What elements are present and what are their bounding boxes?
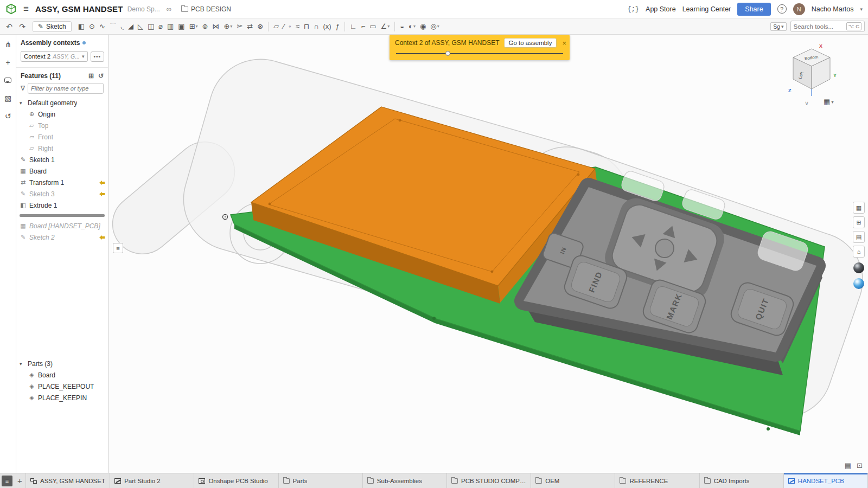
document-tab[interactable]: HANDSET_PCB bbox=[784, 473, 868, 488]
hide-show-tool-button[interactable]: ◉ bbox=[418, 21, 428, 33]
viewcube-chevron-icon[interactable]: ∨ bbox=[805, 100, 809, 107]
search-tools-input[interactable] bbox=[794, 23, 844, 30]
link-icon[interactable]: ∞ bbox=[167, 5, 171, 13]
panel-flyout-handle[interactable]: ≡ bbox=[113, 243, 123, 253]
context-slider[interactable] bbox=[396, 50, 563, 57]
measure-tool-button[interactable]: ∠ ▾ bbox=[379, 21, 392, 33]
document-tab[interactable]: ASSY, GSM HANDSET bbox=[26, 473, 110, 488]
feature-row[interactable]: ◧ Extrude 1 bbox=[16, 200, 108, 211]
context-slider-thumb[interactable] bbox=[445, 51, 450, 56]
mirror-tool-button[interactable]: ⋈ bbox=[210, 21, 221, 33]
chamfer-tool-button[interactable]: ◢ bbox=[126, 21, 136, 33]
printer-icon[interactable]: ▤ bbox=[845, 461, 851, 470]
part-row[interactable]: ◈ Board bbox=[16, 369, 108, 381]
model-scene[interactable]: IN FIND MARK QUIT bbox=[108, 35, 868, 473]
sketch-button[interactable]: ✎ Sketch bbox=[33, 21, 72, 32]
axis-tool-button[interactable]: ∕ bbox=[281, 21, 286, 33]
document-tab[interactable]: Onshape PCB Studio bbox=[194, 473, 278, 488]
display-style-tool-button[interactable]: ◐ ▾ bbox=[406, 21, 418, 33]
feature-row[interactable]: ▦ Board [HANDSET_PCB] bbox=[16, 220, 108, 232]
feature-row[interactable]: ⇄ Transform 1 bbox=[16, 177, 108, 188]
chevron-down-icon[interactable]: ▾ bbox=[20, 100, 25, 106]
extrude-tool-button[interactable]: ◧ bbox=[76, 21, 87, 33]
draft-tool-button[interactable]: ◺ bbox=[136, 21, 145, 33]
insert-icon[interactable]: + bbox=[3, 57, 14, 68]
linear-pattern-tool-button[interactable]: ⊞ ▾ bbox=[187, 21, 200, 33]
chevron-down-icon[interactable]: ▾ bbox=[860, 7, 863, 12]
document-tab[interactable]: Part Studio 2 bbox=[110, 473, 194, 488]
document-tab[interactable]: PCB STUDIO COMPON... bbox=[447, 473, 531, 488]
chevron-down-icon[interactable]: ▾ bbox=[387, 24, 390, 29]
rib-tool-button[interactable]: ▥ bbox=[165, 21, 176, 33]
view-settings-button[interactable]: ▦ ▾ bbox=[824, 98, 834, 106]
intersection-curve-tool-button[interactable]: ∩ bbox=[311, 21, 321, 33]
plane-tool-button[interactable]: ▱ bbox=[271, 21, 281, 33]
delete-part-tool-button[interactable]: ⊗ bbox=[255, 21, 265, 33]
part-row[interactable]: ◈ PLACE_KEEPIN bbox=[16, 392, 108, 403]
rollback-bar[interactable] bbox=[20, 214, 105, 217]
new-folder-icon[interactable]: ⊞ bbox=[88, 72, 94, 80]
user-name[interactable]: Nacho Martos bbox=[812, 5, 854, 13]
feature-row[interactable]: ▱ Top bbox=[16, 120, 108, 131]
learning-center-button[interactable]: Learning Center bbox=[682, 5, 731, 13]
add-tab-button[interactable]: + bbox=[14, 473, 26, 488]
document-tab[interactable]: REFERENCE bbox=[615, 473, 699, 488]
document-tab[interactable]: CAD Imports bbox=[700, 473, 784, 488]
chevron-down-icon[interactable]: ▾ bbox=[230, 24, 232, 29]
section-view-tool-button[interactable]: ◒ bbox=[398, 21, 406, 33]
filter-icon[interactable]: ∇ bbox=[21, 85, 25, 92]
fillet-tool-button[interactable]: ◟ bbox=[119, 21, 126, 33]
help-icon[interactable]: ? bbox=[777, 4, 787, 14]
close-icon[interactable]: × bbox=[561, 39, 567, 47]
chevron-down-icon[interactable]: ▾ bbox=[413, 24, 416, 29]
feature-row[interactable]: ✎ Sketch 3 bbox=[16, 188, 108, 200]
breadcrumb[interactable]: PCB DESIGN bbox=[181, 5, 231, 13]
boolean-tool-button[interactable]: ⊕ ▾ bbox=[221, 21, 234, 33]
split-tool-button[interactable]: ✂ bbox=[234, 21, 245, 33]
sheet-metal-tool-button[interactable]: ∟ bbox=[348, 21, 359, 33]
redo-button[interactable]: ↷ bbox=[16, 21, 28, 33]
graphics-viewport[interactable]: IN FIND MARK QUIT bbox=[108, 35, 868, 473]
feature-row[interactable]: ⊕ Origin bbox=[16, 108, 108, 120]
rollback-history-icon[interactable]: ↺ bbox=[98, 72, 104, 80]
view-cube[interactable]: Bottom Left X Y Z bbox=[787, 43, 839, 103]
chevron-down-icon[interactable]: ▾ bbox=[196, 24, 198, 29]
hole-tool-button[interactable]: ⌀ bbox=[156, 21, 165, 33]
project-curve-tool-button[interactable]: ⊓ bbox=[302, 21, 311, 33]
right-panel-icon-3[interactable]: ▤ bbox=[853, 231, 865, 243]
context-selector[interactable]: Context 2 ASSY, G... ▾ bbox=[21, 51, 88, 62]
app-store-button[interactable]: App Store bbox=[646, 5, 676, 13]
comments-icon[interactable] bbox=[3, 75, 14, 86]
helix-tool-button[interactable]: ≈ bbox=[293, 21, 302, 33]
search-tools-box[interactable]: ⌥ C bbox=[790, 21, 865, 32]
revolve-tool-button[interactable]: ⊙ bbox=[87, 21, 97, 33]
versions-graph-icon[interactable]: ⋔ bbox=[3, 39, 14, 50]
context-menu-button[interactable]: ••• bbox=[91, 52, 105, 62]
point-tool-button[interactable]: ◦ bbox=[286, 21, 293, 33]
part-row[interactable]: ▾ Parts (3) bbox=[16, 358, 108, 369]
feature-filter-input[interactable] bbox=[28, 83, 104, 94]
context-slider-track[interactable] bbox=[396, 53, 563, 54]
history-icon[interactable]: ↺ bbox=[3, 111, 14, 121]
feature-script-tool-button[interactable]: ƒ bbox=[334, 21, 342, 33]
circular-pattern-tool-button[interactable]: ⊚ bbox=[200, 21, 210, 33]
undo-button[interactable]: ↶ bbox=[3, 21, 15, 33]
isolate-tool-button[interactable]: ◎ ▾ bbox=[428, 21, 441, 33]
feature-row[interactable]: ✎ Sketch 1 bbox=[16, 154, 108, 165]
right-panel-icon-4[interactable]: ⌂ bbox=[853, 246, 865, 258]
transform-tool-button[interactable]: ⇄ bbox=[245, 21, 255, 33]
versions-icon[interactable]: {;} bbox=[627, 5, 639, 13]
render-sphere-dark-icon[interactable] bbox=[853, 262, 864, 273]
go-to-assembly-button[interactable]: Go to assembly bbox=[504, 38, 557, 48]
chevron-down-icon[interactable]: ▾ bbox=[437, 24, 439, 29]
document-tab[interactable]: Sub-Assemblies bbox=[363, 473, 447, 488]
sweep-tool-button[interactable]: ∿ bbox=[97, 21, 107, 33]
shell-tool-button[interactable]: ◫ bbox=[145, 21, 156, 33]
chevron-down-icon[interactable]: ▾ bbox=[20, 361, 25, 367]
monitor-icon[interactable]: ⊡ bbox=[857, 461, 863, 470]
tab-manager-button[interactable]: ≡ bbox=[2, 476, 12, 486]
thicken-tool-button[interactable]: ▣ bbox=[176, 21, 187, 33]
feature-row[interactable]: ▾ Default geometry bbox=[16, 97, 108, 108]
share-button[interactable]: Share bbox=[737, 3, 770, 16]
sg-dropdown[interactable]: Sg ▾ bbox=[770, 22, 786, 31]
